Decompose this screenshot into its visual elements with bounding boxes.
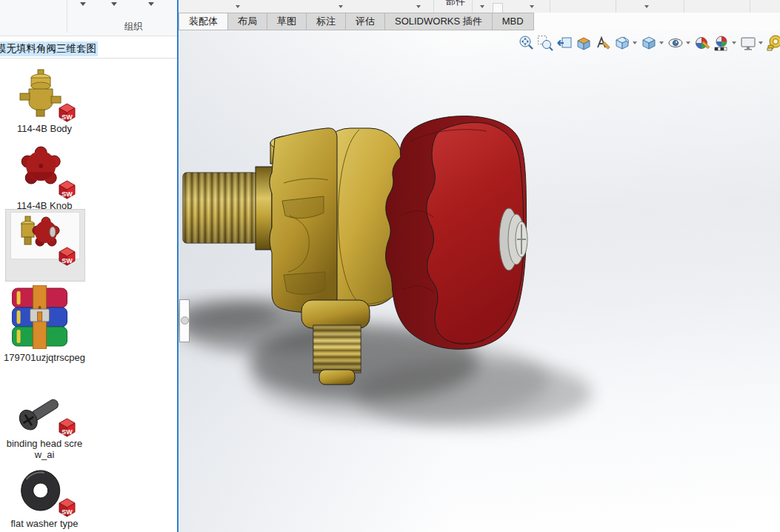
dropdown-arrow-icon[interactable] — [732, 41, 736, 44]
edit-appearance-icon — [694, 35, 710, 51]
file-item-114-4b-knob[interactable]: SW 114-4B Knob — [0, 145, 89, 211]
previous-view-button[interactable] — [556, 34, 573, 52]
solidworks-window: 部件 装配体 布局 草图 标注 评估 SOLIDWORKS 插件 MBD — [177, 0, 780, 532]
dropdown-arrow-icon[interactable] — [236, 5, 240, 8]
component-group-label[interactable]: 部件 — [435, 0, 476, 8]
dropdown-arrow-icon[interactable] — [659, 41, 664, 44]
view-settings-icon — [740, 35, 756, 51]
dropdown-arrow-icon[interactable] — [633, 41, 637, 44]
ribbon-button-partial[interactable] — [493, 3, 503, 13]
thumbnail: SW — [1, 468, 87, 515]
section-view-icon — [576, 35, 592, 51]
view-orientation-icon — [614, 35, 630, 51]
zoom-to-fit-button[interactable] — [517, 34, 535, 52]
svg-text:SW: SW — [61, 190, 73, 198]
ribbon-separator — [433, 0, 434, 13]
zoom-to-area-button[interactable] — [536, 34, 554, 52]
file-item-binding-head-screw[interactable]: SW binding head screw_ai — [0, 389, 89, 460]
solidworks-badge-icon: SW — [57, 179, 77, 200]
apply-scene-button[interactable] — [713, 34, 730, 52]
apply-scene-icon — [713, 35, 730, 51]
display-style-button[interactable] — [640, 34, 658, 52]
solidworks-badge-icon: SW — [57, 416, 77, 438]
view-orientation-button[interactable] — [613, 34, 631, 52]
thumbnail: SW — [1, 68, 87, 120]
ribbon-separator — [67, 0, 67, 33]
file-item-114-4b-assembly[interactable]: SW 114-4B — [0, 212, 89, 278]
svg-text:SW: SW — [61, 508, 73, 516]
rar-archive-icon — [10, 285, 70, 349]
solidworks-badge-icon: SW — [57, 245, 77, 267]
svg-text:SW: SW — [61, 428, 73, 436]
tab-annotation[interactable]: 标注 — [307, 13, 346, 30]
model-shadow — [179, 300, 592, 428]
tab-evaluate[interactable]: 评估 — [346, 13, 385, 30]
ribbon-separator — [616, 0, 616, 13]
file-item-114-4b-body[interactable]: SW 114-4B Body — [0, 68, 89, 134]
file-name: 179701uzjqtrscpeg — [0, 352, 89, 363]
previous-view-icon — [556, 35, 573, 51]
dropdown-arrow-icon[interactable] — [759, 41, 763, 44]
dropdown-arrow-icon[interactable] — [644, 5, 649, 8]
measure-button[interactable] — [766, 34, 780, 52]
hide-show-items-button[interactable] — [667, 34, 684, 52]
thumbnail: SW — [1, 145, 87, 197]
feature-manager-collapsed-handle[interactable] — [179, 299, 190, 342]
file-name: flat washer type — [0, 518, 89, 529]
heads-up-view-toolbar — [516, 33, 780, 53]
graphics-viewport[interactable] — [179, 30, 780, 532]
file-name: binding head screw_ai — [0, 438, 89, 460]
zoom-to-area-icon — [537, 35, 553, 51]
dropdown-arrow-icon[interactable] — [530, 5, 534, 8]
edit-appearance-button[interactable] — [693, 34, 711, 52]
ribbon-separator — [550, 0, 550, 13]
tab-layout[interactable]: 布局 — [228, 13, 267, 30]
command-manager-tabs: 装配体 布局 草图 标注 评估 SOLIDWORKS 插件 MBD — [179, 13, 780, 30]
tab-mbd[interactable]: MBD — [493, 13, 534, 30]
dropdown-arrow-icon[interactable] — [686, 41, 690, 44]
dropdown-arrow-icon[interactable] — [339, 5, 343, 8]
solidworks-badge-icon: SW — [57, 496, 77, 518]
dynamic-annotation-views-button[interactable] — [594, 34, 612, 52]
expand-panel-button[interactable] — [181, 316, 189, 325]
ribbon-separator — [684, 0, 684, 13]
file-item-rar-archive[interactable]: 179701uzjqtrscpeg — [0, 285, 89, 363]
thumbnail: SW — [1, 212, 87, 264]
dropdown-arrow-icon[interactable] — [111, 2, 117, 6]
solidworks-badge-icon: SW — [57, 102, 77, 123]
section-view-button[interactable] — [575, 34, 593, 52]
measure-icon — [767, 35, 780, 51]
zoom-to-fit-icon — [518, 35, 534, 51]
svg-text:SW: SW — [61, 113, 73, 121]
tab-sketch[interactable]: 草图 — [267, 13, 307, 30]
display-style-icon — [641, 35, 657, 51]
file-name: 114-4B Body — [0, 123, 89, 134]
dropdown-arrow-icon[interactable] — [148, 2, 154, 6]
tab-assembly[interactable]: 装配体 — [179, 13, 228, 30]
dropdown-arrow-icon[interactable] — [80, 2, 86, 6]
thumbnail — [1, 285, 87, 349]
thumbnail: SW — [1, 389, 87, 435]
svg-text:SW: SW — [61, 257, 73, 265]
explorer-ribbon: 组织 — [0, 0, 177, 36]
dynamic-annotation-views-icon — [595, 35, 611, 51]
model-3d-view[interactable] — [179, 30, 780, 532]
dropdown-arrow-icon[interactable] — [480, 5, 484, 8]
file-item-flat-washer[interactable]: SW flat washer type — [0, 468, 89, 529]
hide-show-items-icon — [667, 35, 684, 51]
ribbon-strip-partial: 部件 — [179, 0, 780, 13]
tab-solidworks-addins[interactable]: SOLIDWORKS 插件 — [385, 13, 493, 30]
screen: 组织 模无填料角阀三维套图 — [0, 0, 780, 532]
filename-selected-text: 模无填料角阀三维套图 — [0, 41, 98, 56]
ribbon-separator — [750, 0, 750, 13]
file-explorer-panel: 组织 模无填料角阀三维套图 — [0, 0, 178, 532]
view-settings-button[interactable] — [739, 34, 757, 52]
dropdown-arrow-icon[interactable] — [416, 5, 421, 8]
organize-button[interactable]: 组织 — [110, 21, 157, 33]
filename-rename-field[interactable]: 模无填料角阀三维套图 — [0, 39, 177, 59]
